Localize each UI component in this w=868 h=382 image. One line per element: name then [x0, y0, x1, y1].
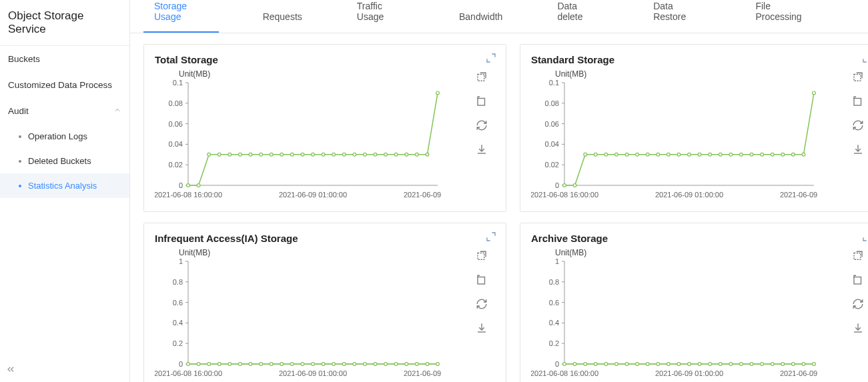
tool-area-select-icon[interactable]: [851, 71, 865, 84]
expand-icon[interactable]: [486, 231, 496, 245]
sidebar: Object Storage Service Buckets Customize…: [0, 0, 130, 382]
svg-text:0.06: 0.06: [545, 120, 559, 128]
tool-reset-icon[interactable]: [475, 95, 488, 108]
svg-point-158: [657, 363, 660, 366]
svg-point-164: [719, 363, 722, 366]
tool-refresh-icon[interactable]: [851, 297, 865, 311]
svg-point-125: [394, 363, 398, 366]
tool-download-icon[interactable]: [475, 143, 488, 156]
card-title: Total Storage: [155, 54, 495, 65]
svg-point-170: [781, 363, 785, 366]
tool-refresh-icon[interactable]: [475, 297, 488, 311]
svg-point-27: [290, 153, 294, 156]
svg-point-26: [280, 153, 284, 156]
tool-reset-icon[interactable]: [851, 95, 865, 108]
tool-refresh-icon[interactable]: [475, 119, 488, 132]
svg-text:2021-06-08 16:00:00: 2021-06-08 16:00:00: [155, 191, 222, 199]
svg-point-73: [688, 153, 691, 156]
svg-point-172: [802, 363, 805, 366]
tab-data-delete[interactable]: Data delete: [546, 0, 609, 33]
svg-point-25: [270, 153, 273, 156]
sidebar-item-buckets[interactable]: Buckets: [0, 46, 129, 72]
svg-point-154: [615, 363, 618, 366]
svg-point-161: [688, 363, 691, 366]
svg-text:2021-06-09 01:00:00: 2021-06-09 01:00:00: [279, 191, 347, 199]
card-archive-storage: Archive Storage Unit(MB) 00.20.40.60.812…: [520, 223, 868, 382]
tool-reset-icon[interactable]: [851, 273, 865, 287]
svg-point-107: [207, 363, 211, 366]
expand-icon[interactable]: [486, 53, 496, 66]
sidebar-sub-operation-logs[interactable]: Operation Logs: [0, 124, 129, 149]
svg-point-129: [436, 363, 440, 366]
tab-traffic-usage[interactable]: Traffic Usage: [346, 0, 415, 33]
tool-download-icon[interactable]: [475, 321, 488, 335]
chart-ia-storage: 00.20.40.60.812021-06-08 16:00:002021-06…: [155, 259, 442, 379]
svg-point-62: [573, 184, 576, 187]
svg-point-41: [436, 91, 440, 95]
tool-area-select-icon[interactable]: [475, 249, 488, 263]
svg-point-163: [709, 363, 712, 366]
svg-point-36: [384, 153, 388, 156]
svg-point-78: [740, 153, 743, 156]
svg-text:0.8: 0.8: [173, 278, 183, 286]
svg-rect-130: [478, 253, 484, 260]
svg-rect-43: [478, 99, 485, 106]
sidebar-sub-statistics-analysis[interactable]: Statistics Analysis: [0, 173, 129, 198]
svg-point-112: [260, 363, 263, 366]
chevron-up-icon: [113, 106, 121, 116]
svg-point-22: [239, 153, 242, 156]
chart-unit-label: Unit(MB): [179, 69, 468, 79]
tool-download-icon[interactable]: [851, 321, 865, 335]
svg-point-106: [197, 363, 200, 366]
sidebar-sub-deleted-buckets[interactable]: Deleted Buckets: [0, 149, 129, 173]
tool-reset-icon[interactable]: [475, 273, 488, 287]
svg-point-17: [187, 184, 190, 187]
svg-text:2021-06-09 10:00:00: 2021-06-09 10:00:00: [780, 191, 818, 199]
svg-point-171: [791, 363, 795, 366]
tool-refresh-icon[interactable]: [851, 119, 865, 132]
card-tools: [845, 69, 868, 200]
tab-requests[interactable]: Requests: [252, 2, 313, 33]
svg-text:2021-06-08 16:00:00: 2021-06-08 16:00:00: [531, 191, 598, 199]
tab-file-processing[interactable]: File Processing: [745, 0, 821, 33]
svg-text:0.08: 0.08: [545, 99, 559, 107]
tab-data-restore[interactable]: Data Restore: [642, 0, 711, 33]
svg-point-34: [364, 153, 367, 156]
sidebar-item-label: Audit: [8, 106, 29, 116]
svg-point-113: [270, 363, 273, 366]
svg-point-173: [813, 363, 816, 366]
tab-storage-usage[interactable]: Storage Usage: [143, 0, 219, 33]
tool-area-select-icon[interactable]: [475, 71, 488, 84]
svg-point-77: [729, 153, 733, 156]
sidebar-item-customized-data-process[interactable]: Customized Data Process: [0, 72, 129, 98]
svg-point-24: [260, 153, 263, 156]
svg-point-84: [802, 153, 805, 156]
sidebar-item-audit[interactable]: Audit: [0, 98, 129, 124]
svg-point-153: [604, 363, 608, 366]
svg-text:2021-06-09 10:00:00: 2021-06-09 10:00:00: [780, 369, 818, 377]
svg-point-115: [290, 363, 294, 366]
sidebar-collapse-icon[interactable]: [5, 364, 16, 377]
svg-point-65: [604, 153, 608, 156]
tool-download-icon[interactable]: [851, 143, 865, 156]
svg-text:0.6: 0.6: [173, 299, 183, 307]
expand-icon[interactable]: [862, 231, 868, 245]
svg-text:2021-06-08 16:00:00: 2021-06-08 16:00:00: [155, 369, 222, 377]
svg-point-75: [709, 153, 712, 156]
sidebar-sub-label: Statistics Analysis: [28, 181, 97, 191]
sidebar-item-label: Buckets: [8, 54, 40, 64]
svg-text:0: 0: [555, 360, 559, 368]
svg-text:1: 1: [179, 259, 183, 265]
svg-text:0: 0: [179, 181, 183, 189]
tool-area-select-icon[interactable]: [851, 249, 865, 263]
svg-point-21: [228, 153, 232, 156]
svg-point-37: [394, 153, 398, 156]
tabs: Storage Usage Requests Traffic Usage Ban…: [130, 0, 868, 33]
chart-total-storage: 00.020.040.060.080.12021-06-08 16:00:002…: [155, 80, 442, 200]
tab-bandwidth[interactable]: Bandwidth: [448, 2, 513, 33]
expand-icon[interactable]: [862, 53, 868, 66]
svg-point-63: [584, 153, 587, 156]
sidebar-sub-label: Operation Logs: [28, 131, 87, 141]
svg-text:0.04: 0.04: [169, 140, 183, 148]
svg-point-168: [761, 363, 764, 366]
